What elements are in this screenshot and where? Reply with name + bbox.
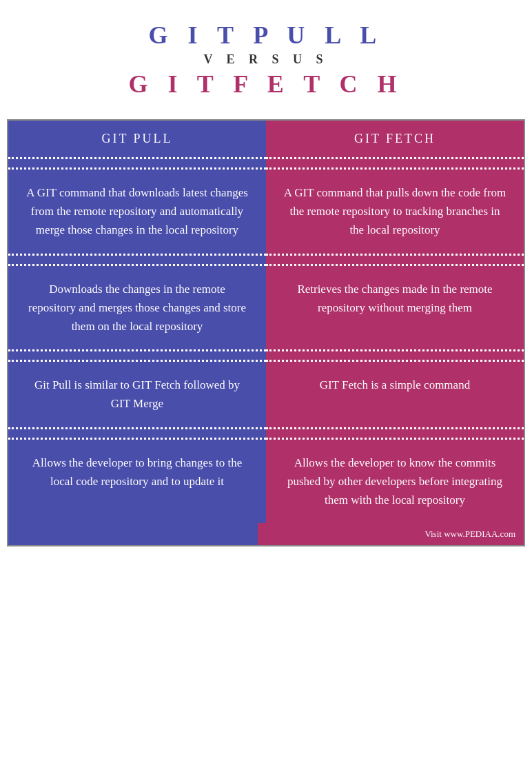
pull-cell-1: A GIT command that downloads latest chan… — [8, 170, 266, 254]
table-row: Downloads the changes in the remote repo… — [8, 266, 524, 350]
col-pull-header: GIT PULL — [8, 121, 266, 157]
divider-pull-1 — [8, 157, 266, 170]
table-row: Allows the developer to bring changes to… — [8, 440, 524, 524]
divider-fetch-3 — [266, 349, 524, 362]
footer-pull — [8, 523, 258, 545]
footer-fetch: Visit www.PEDIAA.com — [258, 523, 524, 545]
divider-pull-4 — [8, 427, 266, 440]
divider-fetch-1 — [266, 157, 524, 170]
title-git-pull: G I T P U L L — [14, 21, 518, 50]
divider-1 — [8, 157, 524, 170]
divider-3 — [8, 349, 524, 362]
pull-cell-2: Downloads the changes in the remote repo… — [8, 266, 266, 350]
divider-4 — [8, 427, 524, 440]
pull-cell-3: Git Pull is similar to GIT Fetch followe… — [8, 362, 266, 427]
pull-cell-4: Allows the developer to bring changes to… — [8, 440, 266, 524]
fetch-cell-1: A GIT command that pulls down the code f… — [266, 170, 524, 254]
divider-2 — [8, 254, 524, 266]
fetch-cell-4: Allows the developer to know the commits… — [266, 440, 524, 524]
title-git-fetch: G I T F E T C H — [14, 70, 518, 99]
footer-row: Visit www.PEDIAA.com — [8, 523, 524, 545]
page-header: G I T P U L L V E R S U S G I T F E T C … — [0, 0, 532, 112]
fetch-cell-3: GIT Fetch is a simple command — [266, 362, 524, 427]
divider-fetch-2 — [266, 254, 524, 266]
divider-pull-3 — [8, 349, 266, 362]
table-row: A GIT command that downloads latest chan… — [8, 170, 524, 254]
divider-pull-2 — [8, 254, 266, 266]
title-versus: V E R S U S — [14, 52, 518, 67]
divider-fetch-4 — [266, 427, 524, 440]
fetch-cell-2: Retrieves the changes made in the remote… — [266, 266, 524, 350]
table-row: Git Pull is similar to GIT Fetch followe… — [8, 362, 524, 427]
comparison-table: GIT PULL GIT FETCH A GIT command that do… — [7, 119, 525, 546]
col-fetch-header: GIT FETCH — [266, 121, 524, 157]
table-header-row: GIT PULL GIT FETCH — [8, 121, 524, 157]
